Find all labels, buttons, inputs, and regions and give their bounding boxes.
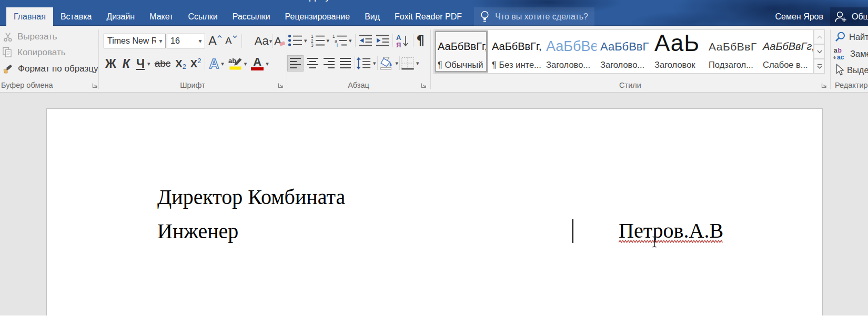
styles-scroll-down-button[interactable] — [814, 44, 825, 59]
show-marks-button[interactable]: ¶ — [417, 33, 425, 48]
grow-font-button[interactable]: A — [208, 34, 222, 48]
tell-me-label: Что вы хотите сделать? — [495, 12, 588, 22]
shading-button[interactable] — [379, 56, 394, 70]
mouse-ibeam-cursor — [651, 236, 658, 248]
justify-button[interactable] — [337, 55, 354, 72]
tab-home[interactable]: Главная — [6, 7, 53, 26]
underline-button[interactable]: Ч — [136, 57, 145, 71]
font-size-dropdown-icon[interactable]: ▾ — [196, 37, 205, 45]
underline-dropdown-icon[interactable]: ▾ — [147, 60, 150, 67]
bold-button[interactable]: Ж — [105, 57, 116, 71]
borders-dropdown-icon[interactable]: ▾ — [416, 60, 419, 67]
svg-text:Я: Я — [396, 41, 401, 48]
format-painter-icon — [3, 63, 14, 74]
italic-button[interactable]: К — [123, 57, 130, 71]
tab-design[interactable]: Дизайн — [99, 7, 142, 26]
find-button[interactable]: Найти — [834, 31, 868, 43]
align-left-button[interactable] — [287, 55, 304, 72]
tell-me-box[interactable]: Что вы хотите сделать? — [474, 7, 594, 26]
cut-button[interactable]: Вырезать — [3, 32, 57, 42]
tab-layout[interactable]: Макет — [142, 7, 180, 26]
doc-line-director[interactable]: Директор Комбината — [157, 185, 345, 209]
doc-line-engineer[interactable]: Инженер — [157, 219, 238, 243]
spellcheck-squiggle — [619, 240, 723, 243]
style-heading2[interactable]: АаБбВвГ Заголово... — [597, 30, 651, 73]
doc-line-petrov[interactable]: Петров.А.В — [619, 218, 723, 243]
share-person-icon — [834, 10, 847, 24]
font-size-combo[interactable]: 16 ▾ — [167, 34, 205, 48]
bullets-dropdown-icon[interactable]: ▾ — [304, 37, 307, 44]
font-color-dropdown-icon[interactable]: ▾ — [266, 60, 269, 67]
font-dialog-launcher[interactable] — [277, 82, 284, 89]
styles-dialog-launcher[interactable] — [821, 82, 827, 89]
tab-insert[interactable]: Вставка — [53, 7, 99, 26]
bullets-button[interactable] — [288, 34, 302, 47]
align-right-button[interactable] — [321, 55, 337, 72]
clipboard-dialog-launcher[interactable] — [92, 82, 98, 89]
copy-button[interactable]: Копировать — [2, 47, 66, 58]
change-case-button[interactable]: Aa▾ — [255, 34, 272, 48]
editing-group-label: Редактирование — [835, 81, 868, 89]
multilevel-list-button[interactable]: 1ai — [332, 34, 347, 47]
styles-more-button[interactable] — [814, 59, 825, 74]
superscript-button[interactable]: X2 — [190, 57, 201, 71]
copy-icon — [2, 47, 13, 58]
strikethrough-button[interactable]: abc — [155, 58, 171, 69]
style-title[interactable]: АаЬ Заголовок — [651, 30, 705, 73]
tab-review[interactable]: Рецензирование — [278, 7, 358, 26]
decrease-indent-button[interactable] — [359, 34, 372, 47]
subscript-button[interactable]: X2 — [175, 57, 186, 70]
font-name-dropdown-icon[interactable]: ▾ — [156, 37, 165, 45]
text-effects-dropdown-icon[interactable]: ▾ — [221, 60, 224, 67]
increase-indent-button[interactable] — [376, 34, 389, 47]
tab-references[interactable]: Ссылки — [180, 7, 225, 26]
format-painter-button[interactable]: Формат по образцу — [3, 63, 98, 74]
tab-view[interactable]: Вид — [357, 7, 387, 26]
document-title: Документ1 - Word — [309, 0, 388, 2]
multilevel-dropdown-icon[interactable]: ▾ — [349, 37, 352, 44]
line-spacing-button[interactable] — [356, 56, 371, 70]
eraser-icon — [279, 40, 287, 47]
document-canvas: Директор Комбината Инженер Петров.А.В — [0, 93, 868, 315]
tab-mailings[interactable]: Рассылки — [225, 7, 278, 26]
svg-text:А: А — [396, 34, 401, 42]
sort-button[interactable]: А Я — [396, 34, 410, 48]
style-no-spacing[interactable]: АаБбВвГг, ¶ Без инте... — [488, 30, 542, 73]
share-label: Общий доступ — [852, 12, 868, 22]
borders-button[interactable] — [401, 56, 415, 70]
select-cursor-icon — [834, 64, 844, 77]
highlight-button[interactable]: ab — [228, 56, 243, 71]
clear-formatting-button[interactable]: A — [274, 35, 287, 47]
style-heading1[interactable]: АаБбВе Заголово... — [542, 30, 597, 73]
shading-dropdown-icon[interactable]: ▾ — [396, 60, 399, 67]
style-subtle-emphasis[interactable]: АаБбВвГг, Слабое в... — [759, 30, 813, 73]
lightbulb-icon — [480, 11, 489, 23]
numbering-button[interactable]: 123 — [310, 34, 325, 47]
styles-group-label: Стили — [430, 81, 830, 89]
paragraph-dialog-launcher[interactable] — [420, 82, 427, 89]
ribbon: Вырезать Копировать Формат по образцу Бу — [0, 26, 868, 93]
line-spacing-dropdown-icon[interactable]: ▾ — [373, 60, 376, 67]
align-center-button[interactable] — [305, 55, 321, 72]
clipboard-group-label: Буфер обмена — [1, 81, 64, 89]
highlight-icon: ab — [228, 56, 243, 71]
svg-text:3: 3 — [311, 43, 314, 47]
account-user[interactable]: Семен Яров — [775, 7, 823, 26]
style-subtitle[interactable]: АаБбВвГ Подзагол... — [705, 30, 759, 73]
font-color-button[interactable]: A — [251, 57, 264, 70]
numbering-dropdown-icon[interactable]: ▾ — [327, 37, 330, 44]
paragraph-group-label: Абзац — [287, 81, 430, 89]
tab-foxit-pdf[interactable]: Foxit Reader PDF — [387, 7, 469, 26]
style-normal[interactable]: АаБбВвГг, ¶ Обычный — [434, 30, 488, 73]
shrink-font-button[interactable]: A — [225, 35, 237, 47]
document-page[interactable]: Директор Комбината Инженер Петров.А.В — [46, 108, 823, 315]
styles-gallery-scrollbar — [814, 29, 825, 74]
scissors-icon — [3, 32, 13, 42]
highlight-dropdown-icon[interactable]: ▾ — [244, 60, 247, 67]
replace-button[interactable]: a b ac Заменить — [833, 47, 868, 60]
select-button[interactable]: Выделить — [834, 64, 868, 77]
share-button[interactable]: Общий доступ — [830, 7, 868, 26]
styles-scroll-up-button[interactable] — [814, 29, 825, 44]
font-name-combo[interactable]: Times New R ▾ — [104, 34, 166, 48]
text-effects-button[interactable]: A — [209, 56, 219, 72]
